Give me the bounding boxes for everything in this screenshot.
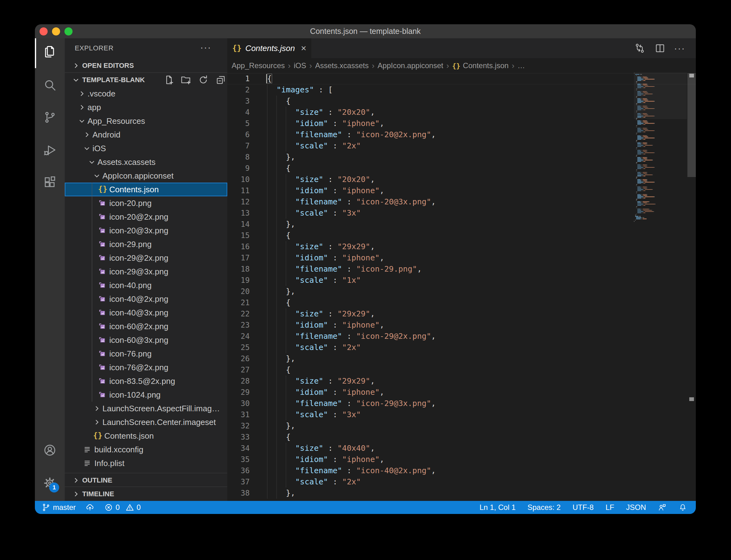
line-number[interactable]: 22 [227, 308, 250, 320]
line-number[interactable]: 30 [227, 398, 250, 409]
line-number[interactable]: 15 [227, 230, 250, 241]
code-line-28[interactable]: 28 "size" : "29x29", [227, 376, 696, 387]
source-control-icon[interactable] [43, 110, 57, 124]
line-number[interactable]: 8 [227, 152, 250, 163]
tree-item-icon-60@3x.png[interactable]: icon-60@3x.png [65, 333, 227, 347]
line-number[interactable]: 9 [227, 163, 250, 174]
code-line-19[interactable]: 19 "scale" : "1x" [227, 275, 696, 286]
notifications-bell-icon[interactable] [678, 503, 687, 512]
line-number[interactable]: 24 [227, 331, 250, 342]
close-tab-icon[interactable]: × [301, 44, 306, 53]
tree-item-AppIcon.appiconset[interactable]: AppIcon.appiconset [65, 169, 227, 183]
zoom-window-button[interactable] [64, 27, 73, 35]
code-line-27[interactable]: 27 { [227, 364, 696, 376]
tree-item-icon-20.png[interactable]: icon-20.png [65, 196, 227, 210]
accounts-icon[interactable] [43, 443, 57, 457]
code-line-18[interactable]: 18 "filename" : "icon-29.png", [227, 264, 696, 275]
code-line-11[interactable]: 11 "idiom" : "iphone", [227, 185, 696, 196]
minimize-window-button[interactable] [52, 27, 60, 35]
sync-changes-item[interactable] [86, 503, 94, 512]
code-line-32[interactable]: 32 }, [227, 420, 696, 432]
code-line-38[interactable]: 38 }, [227, 488, 696, 499]
breadcrumb-item-…[interactable]: … [518, 61, 525, 70]
code-line-4[interactable]: 4 "size" : "20x20", [227, 107, 696, 118]
line-number[interactable]: 32 [227, 420, 250, 432]
outline-section[interactable]: OUTLINE [65, 474, 227, 487]
tree-item-icon-60@2x.png[interactable]: icon-60@2x.png [65, 320, 227, 333]
code-line-7[interactable]: 7 "scale" : "2x" [227, 140, 696, 152]
tree-item-Android[interactable]: Android [65, 128, 227, 142]
git-branch-item[interactable]: master [42, 503, 76, 512]
line-number[interactable]: 13 [227, 208, 250, 219]
code-line-31[interactable]: 31 "scale" : "3x" [227, 409, 696, 420]
code-line-33[interactable]: 33 { [227, 432, 696, 443]
line-number[interactable]: 19 [227, 275, 250, 286]
tree-item-icon-29.png[interactable]: icon-29.png [65, 237, 227, 251]
code-line-5[interactable]: 5 "idiom" : "iphone", [227, 118, 696, 129]
line-number[interactable]: 3 [227, 96, 250, 107]
line-number[interactable]: 33 [227, 432, 250, 443]
code-line-23[interactable]: 23 "idiom" : "iphone", [227, 320, 696, 331]
code-line-15[interactable]: 15 { [227, 230, 696, 241]
new-folder-icon[interactable] [180, 74, 191, 86]
line-number[interactable]: 38 [227, 488, 250, 499]
timeline-section[interactable]: TIMELINE [65, 487, 227, 501]
line-number[interactable]: 29 [227, 387, 250, 398]
code-line-1[interactable]: 1{ [227, 73, 696, 84]
breadcrumb-item-App_Resources[interactable]: App_Resources [232, 61, 285, 70]
tree-item-LaunchScreen.Center.imageset[interactable]: LaunchScreen.Center.imageset [65, 415, 227, 429]
line-number[interactable]: 16 [227, 241, 250, 252]
tree-item-icon-76.png[interactable]: icon-76.png [65, 347, 227, 361]
line-number[interactable]: 5 [227, 118, 250, 129]
breadcrumb-item-AppIcon.appiconset[interactable]: AppIcon.appiconset [378, 61, 443, 70]
open-editors-section[interactable]: OPEN EDITORS [65, 59, 227, 72]
tree-item-Contents.json[interactable]: {}Contents.json [65, 429, 227, 443]
line-number[interactable]: 2 [227, 84, 250, 96]
new-file-icon[interactable] [163, 74, 174, 86]
code-line-16[interactable]: 16 "size" : "29x29", [227, 241, 696, 252]
tab-contents-json[interactable]: {} Contents.json × [227, 38, 311, 58]
cursor-position-item[interactable]: Ln 1, Col 1 [480, 503, 516, 512]
extensions-icon[interactable] [43, 175, 57, 189]
code-line-14[interactable]: 14 }, [227, 219, 696, 230]
minimap[interactable] [634, 72, 687, 222]
encoding-item[interactable]: UTF-8 [573, 503, 594, 512]
code-editor[interactable]: 1{2 "images" : [3 {4 "size" : "20x20",5 … [227, 73, 696, 501]
tree-item-Contents.json[interactable]: {}Contents.json [65, 183, 227, 196]
language-mode-item[interactable]: JSON [626, 503, 646, 512]
editor-more-actions-icon[interactable]: ··· [672, 39, 687, 58]
close-window-button[interactable] [40, 27, 48, 35]
tree-item-icon-20@3x.png[interactable]: icon-20@3x.png [65, 224, 227, 237]
code-line-10[interactable]: 10 "size" : "20x20", [227, 174, 696, 185]
tree-item-Assets.xcassets[interactable]: Assets.xcassets [65, 155, 227, 169]
tree-item-icon-1024.png[interactable]: icon-1024.png [65, 388, 227, 402]
line-number[interactable]: 28 [227, 376, 250, 387]
feedback-icon[interactable] [658, 503, 667, 512]
tree-item-icon-40@2x.png[interactable]: icon-40@2x.png [65, 292, 227, 306]
sidebar-more-actions-icon[interactable]: ··· [199, 38, 213, 58]
code-line-12[interactable]: 12 "filename" : "icon-20@3x.png", [227, 196, 696, 208]
line-number[interactable]: 35 [227, 454, 250, 465]
tree-item-app[interactable]: app [65, 100, 227, 114]
line-number[interactable]: 11 [227, 185, 250, 196]
line-number[interactable]: 25 [227, 342, 250, 353]
line-number[interactable]: 37 [227, 476, 250, 488]
line-number[interactable]: 20 [227, 286, 250, 297]
tree-item-icon-29@3x.png[interactable]: icon-29@3x.png [65, 265, 227, 278]
breadcrumb-item-iOS[interactable]: iOS [293, 61, 306, 70]
code-line-30[interactable]: 30 "filename" : "icon-29@3x.png", [227, 398, 696, 409]
code-line-34[interactable]: 34 "size" : "40x40", [227, 443, 696, 454]
tree-item-icon-40.png[interactable]: icon-40.png [65, 278, 227, 292]
code-line-8[interactable]: 8 }, [227, 152, 696, 163]
code-line-6[interactable]: 6 "filename" : "icon-20@2x.png", [227, 129, 696, 140]
explorer-icon[interactable] [43, 44, 57, 58]
tree-item-icon-29@2x.png[interactable]: icon-29@2x.png [65, 251, 227, 265]
eol-item[interactable]: LF [606, 503, 614, 512]
code-line-35[interactable]: 35 "idiom" : "iphone", [227, 454, 696, 465]
code-line-3[interactable]: 3 { [227, 96, 696, 107]
line-number[interactable]: 7 [227, 140, 250, 152]
tree-item-icon-40@3x.png[interactable]: icon-40@3x.png [65, 306, 227, 320]
code-line-17[interactable]: 17 "idiom" : "iphone", [227, 252, 696, 264]
tree-item-LaunchScreen.AspectFill.imag…[interactable]: LaunchScreen.AspectFill.imag… [65, 402, 227, 415]
tree-item-.vscode[interactable]: .vscode [65, 87, 227, 100]
